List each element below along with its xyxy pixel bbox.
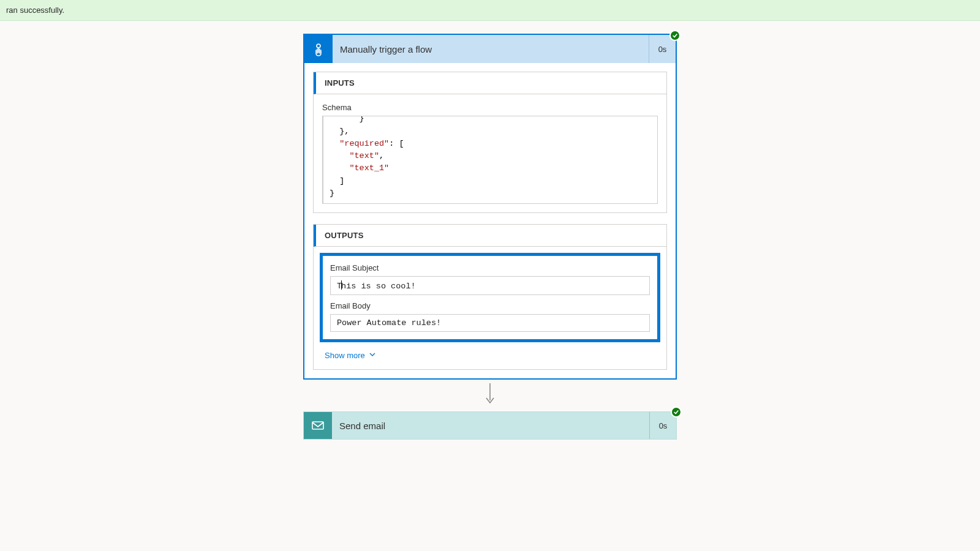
show-more-label: Show more: [325, 351, 365, 360]
inputs-header: INPUTS: [314, 72, 666, 94]
outputs-panel: OUTPUTS Email Subject This is so cool! E…: [313, 224, 667, 370]
success-check-icon: [671, 407, 682, 418]
chevron-down-icon: [369, 351, 376, 360]
schema-label: Schema: [322, 103, 658, 112]
email-body-label: Email Body: [330, 301, 650, 310]
inputs-body: Schema "x-ms-content-hint": "TEXT" } }, …: [314, 94, 666, 212]
connector-container: [303, 380, 677, 411]
arrow-connector-icon: [303, 380, 677, 411]
inputs-panel: INPUTS Schema "x-ms-content-hint": "TEXT…: [313, 72, 667, 213]
action-header[interactable]: Send email 0s: [303, 411, 677, 440]
send-email-card[interactable]: Send email 0s: [303, 411, 677, 440]
show-more-link[interactable]: Show more: [322, 351, 376, 360]
outputs-body: Email Subject This is so cool! Email Bod…: [314, 247, 666, 369]
trigger-header[interactable]: Manually trigger a flow 0s: [304, 35, 676, 63]
trigger-card[interactable]: Manually trigger a flow 0s INPUTS Schema…: [303, 34, 677, 380]
svg-rect-2: [312, 422, 323, 429]
schema-textarea[interactable]: "x-ms-content-hint": "TEXT" } }, "requir…: [322, 116, 658, 204]
action-title: Send email: [332, 412, 649, 439]
trigger-title: Manually trigger a flow: [333, 35, 649, 63]
success-check-icon: [669, 30, 680, 41]
flow-canvas: Manually trigger a flow 0s INPUTS Schema…: [0, 0, 980, 551]
svg-point-0: [317, 44, 320, 48]
email-subject-value[interactable]: This is so cool!: [330, 276, 650, 295]
email-subject-label: Email Subject: [330, 263, 650, 272]
outputs-highlight: Email Subject This is so cool! Email Bod…: [320, 253, 660, 342]
email-body-value[interactable]: Power Automate rules!: [330, 314, 650, 332]
trigger-body: INPUTS Schema "x-ms-content-hint": "TEXT…: [304, 63, 676, 378]
outputs-header: OUTPUTS: [314, 225, 666, 247]
mail-icon: [304, 412, 332, 439]
manual-trigger-icon: [304, 35, 333, 63]
